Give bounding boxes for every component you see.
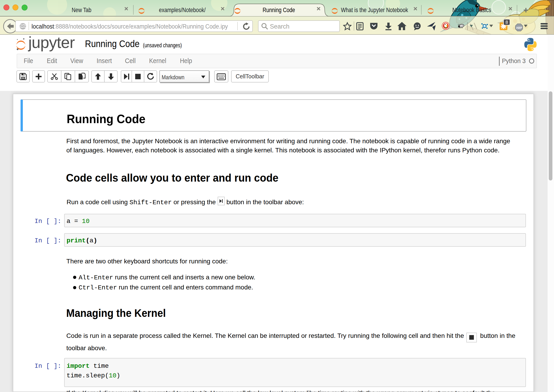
svg-text:ABP: ABP [516,26,522,29]
